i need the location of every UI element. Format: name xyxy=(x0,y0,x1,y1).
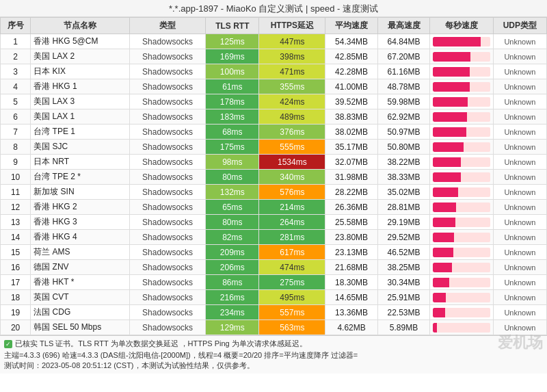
cell-udp: Unknown xyxy=(493,215,546,230)
cell-type: Shadowsocks xyxy=(129,245,205,260)
cell-type: Shadowsocks xyxy=(129,49,205,64)
speed-bar-fill xyxy=(433,157,461,167)
speed-bar-wrap xyxy=(433,112,490,122)
cell-type: Shadowsocks xyxy=(129,109,205,125)
cell-avg: 18.30MB xyxy=(325,275,377,290)
cell-https: 214ms xyxy=(259,200,325,215)
cell-id: 7 xyxy=(1,125,31,140)
cell-type: Shadowsocks xyxy=(129,94,205,109)
footer-line2: 主端=4.3.3 (696) 哈速=4.3.3 (DAS组-沈阳电信-[2000… xyxy=(4,350,543,361)
cell-udp: Unknown xyxy=(493,290,546,305)
speed-bar-wrap xyxy=(433,97,490,107)
cell-bar xyxy=(430,64,493,79)
cell-avg: 23.13MB xyxy=(325,245,377,260)
cell-max: 38.25MB xyxy=(377,260,429,275)
cell-https: 340ms xyxy=(259,170,325,185)
cell-name: 香港 HKG 5@CM xyxy=(31,34,130,49)
cell-type: Shadowsocks xyxy=(129,215,205,230)
speed-bar-wrap xyxy=(433,37,490,47)
cell-name: 香港 HKG 3 xyxy=(31,215,130,230)
cell-bar xyxy=(430,155,493,170)
cell-udp: Unknown xyxy=(493,245,546,260)
cell-name: 香港 HKT * xyxy=(31,275,130,290)
cell-udp: Unknown xyxy=(493,79,546,94)
table-row: 17香港 HKT *Shadowsocks86ms275ms18.30MB30.… xyxy=(1,275,547,290)
cell-max: 64.84MB xyxy=(377,34,429,49)
cell-udp: Unknown xyxy=(493,94,546,109)
cell-bar xyxy=(430,125,493,140)
speed-bar-wrap xyxy=(433,67,490,77)
table-row: 15荷兰 AMSShadowsocks209ms617ms23.13MB46.5… xyxy=(1,245,547,260)
cell-udp: Unknown xyxy=(493,109,546,125)
speed-bar-wrap xyxy=(433,263,490,272)
cell-avg: 13.36MB xyxy=(325,305,377,320)
table-row: 10台湾 TPE 2 *Shadowsocks80ms340ms31.98MB3… xyxy=(1,170,547,185)
col-tls: TLS RTT xyxy=(206,18,259,34)
speed-bar-fill xyxy=(433,323,437,332)
cell-https: 447ms xyxy=(259,34,325,49)
col-name: 节点名称 xyxy=(31,18,130,34)
cell-https: 264ms xyxy=(259,215,325,230)
col-max: 最高速度 xyxy=(377,18,429,34)
table-row: 4香港 HKG 1Shadowsocks61ms355ms41.00MB48.7… xyxy=(1,79,547,94)
cell-udp: Unknown xyxy=(493,155,546,170)
speed-bar-fill xyxy=(433,112,467,122)
col-id: 序号 xyxy=(1,18,31,34)
cell-max: 22.53MB xyxy=(377,305,429,320)
cell-tls: 209ms xyxy=(206,245,259,260)
cell-https: 489ms xyxy=(259,109,325,125)
cell-bar xyxy=(430,275,493,290)
speed-bar-fill xyxy=(433,97,468,107)
speed-bar-wrap xyxy=(433,218,490,227)
cell-max: 48.78MB xyxy=(377,79,429,94)
speed-bar-fill xyxy=(433,308,445,317)
table-row: 11新加坡 SINShadowsocks132ms576ms28.22MB35.… xyxy=(1,185,547,200)
cell-name: 美国 LAX 1 xyxy=(31,109,130,125)
cell-tls: 216ms xyxy=(206,290,259,305)
cell-avg: 25.58MB xyxy=(325,215,377,230)
app-title: *.*.app-1897 - MiaoKo 自定义测试 | speed - 速度… xyxy=(0,0,547,17)
cell-bar xyxy=(430,305,493,320)
cell-avg: 4.62MB xyxy=(325,320,377,335)
cell-avg: 23.80MB xyxy=(325,230,377,245)
table-row: 3日本 KIXShadowsocks100ms471ms42.28MB61.16… xyxy=(1,64,547,79)
cell-bar xyxy=(430,290,493,305)
cell-udp: Unknown xyxy=(493,140,546,155)
cell-id: 19 xyxy=(1,305,31,320)
cell-tls: 132ms xyxy=(206,185,259,200)
cell-tls: 175ms xyxy=(206,140,259,155)
speed-bar-wrap xyxy=(433,142,490,152)
speed-bar-wrap xyxy=(433,278,490,287)
cell-avg: 31.98MB xyxy=(325,170,377,185)
cell-udp: Unknown xyxy=(493,230,546,245)
speed-bar-fill xyxy=(433,67,470,77)
cell-tls: 125ms xyxy=(206,34,259,49)
cell-https: 281ms xyxy=(259,230,325,245)
cell-tls: 169ms xyxy=(206,49,259,64)
speed-bar-fill xyxy=(433,187,458,197)
cell-tls: 183ms xyxy=(206,109,259,125)
cell-max: 5.89MB xyxy=(377,320,429,335)
cell-name: 德国 ZNV xyxy=(31,260,130,275)
cell-max: 50.80MB xyxy=(377,140,429,155)
cell-udp: Unknown xyxy=(493,260,546,275)
cell-bar xyxy=(430,34,493,49)
footer-line3: 测试时间：2023-05-08 20:51:12 (CST)，本测试为试验性结果… xyxy=(4,361,543,371)
cell-avg: 41.00MB xyxy=(325,79,377,94)
cell-udp: Unknown xyxy=(493,64,546,79)
col-https: HTTPS延迟 xyxy=(259,18,325,34)
cell-id: 9 xyxy=(1,155,31,170)
cell-max: 38.22MB xyxy=(377,155,429,170)
cell-avg: 28.22MB xyxy=(325,185,377,200)
cell-tls: 206ms xyxy=(206,260,259,275)
cell-avg: 32.07MB xyxy=(325,155,377,170)
cell-type: Shadowsocks xyxy=(129,79,205,94)
cell-bar xyxy=(430,230,493,245)
cell-bar xyxy=(430,94,493,109)
cell-type: Shadowsocks xyxy=(129,320,205,335)
cell-https: 555ms xyxy=(259,140,325,155)
cell-type: Shadowsocks xyxy=(129,305,205,320)
cell-avg: 54.34MB xyxy=(325,34,377,49)
cell-avg: 42.28MB xyxy=(325,64,377,79)
speed-bar-wrap xyxy=(433,52,490,62)
